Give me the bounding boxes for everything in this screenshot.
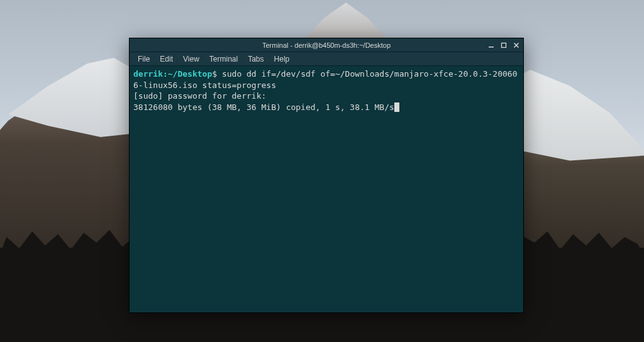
maximize-button[interactable] xyxy=(499,41,508,50)
prompt-symbol: $ xyxy=(212,69,217,79)
svg-rect-0 xyxy=(489,47,494,48)
close-icon xyxy=(513,42,519,48)
window-title: Terminal - derrik@b450m-ds3h:~/Desktop xyxy=(262,41,391,49)
prompt-user: derrik xyxy=(133,69,163,79)
prompt-sep: : xyxy=(163,69,168,79)
close-button[interactable] xyxy=(512,41,521,50)
minimize-button[interactable] xyxy=(487,41,496,50)
terminal-line-progress: 38126080 bytes (38 MB, 36 MiB) copied, 1… xyxy=(133,102,519,113)
terminal-line-sudo: [sudo] password for derrik: xyxy=(133,91,519,102)
menu-tabs[interactable]: Tabs xyxy=(243,53,268,65)
menu-view[interactable]: View xyxy=(179,53,204,65)
terminal-body[interactable]: derrik:~/Desktop$ sudo dd if=/dev/sdf of… xyxy=(130,66,523,312)
svg-rect-1 xyxy=(502,43,506,47)
minimize-icon xyxy=(488,42,494,48)
menu-file[interactable]: File xyxy=(133,53,154,65)
cursor xyxy=(394,102,399,112)
terminal-line-prompt: derrik:~/Desktop$ sudo dd if=/dev/sdf of… xyxy=(133,69,519,91)
menu-terminal[interactable]: Terminal xyxy=(205,53,242,65)
progress-text: 38126080 bytes (38 MB, 36 MiB) copied, 1… xyxy=(133,102,394,112)
titlebar-controls xyxy=(487,38,521,52)
menubar: File Edit View Terminal Tabs Help xyxy=(130,52,523,66)
menu-help[interactable]: Help xyxy=(270,53,294,65)
maximize-icon xyxy=(501,42,507,48)
prompt-path: ~/Desktop xyxy=(168,69,212,79)
menu-edit[interactable]: Edit xyxy=(155,53,177,65)
terminal-window: Terminal - derrik@b450m-ds3h:~/Desktop F… xyxy=(129,38,524,313)
titlebar[interactable]: Terminal - derrik@b450m-ds3h:~/Desktop xyxy=(130,38,523,52)
